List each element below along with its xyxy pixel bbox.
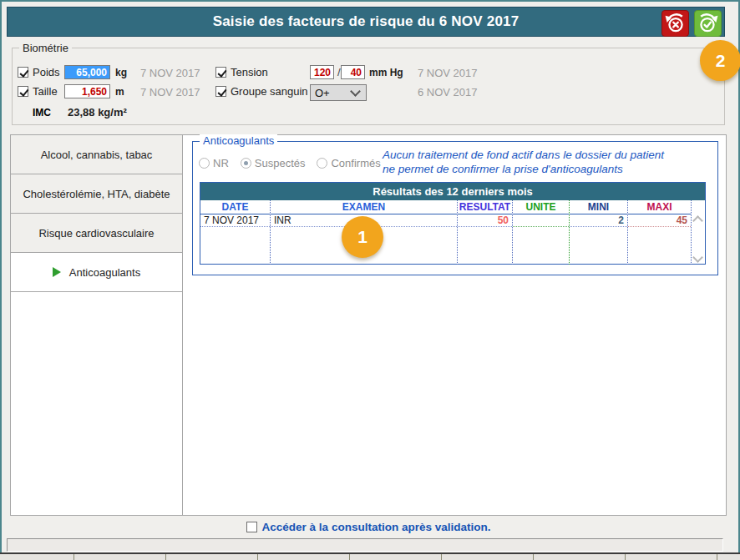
poids-unit: kg: [115, 67, 127, 78]
tension-date: 7 NOV 2017: [418, 67, 478, 79]
tab-risque-cardiovasculaire[interactable]: Risque cardiovasculaire: [11, 214, 182, 253]
poids-input[interactable]: 65,000: [64, 65, 110, 79]
radio-button[interactable]: [199, 158, 210, 169]
tab-label: Risque cardiovasculaire: [38, 227, 154, 240]
imc-value: 23,88 kg/m²: [68, 106, 127, 119]
play-icon: [53, 267, 61, 277]
radio-label: Suspectés: [255, 157, 306, 169]
no-treatment-notice: Aucun traitement de fond actif dans le d…: [383, 148, 708, 176]
tension-label: Tension: [231, 66, 268, 78]
column-header: UNITE: [513, 200, 569, 214]
column-header: RESULTAT: [458, 200, 512, 214]
cancel-undo-icon: [664, 11, 687, 37]
imc-label: IMC: [33, 107, 51, 119]
poids-row: Poids: [18, 66, 60, 78]
groupe-sanguin-date: 6 NOV 2017: [418, 86, 478, 98]
anticoagulants-group: Anticoagulants NR Suspectés Confirmés Au…: [192, 141, 718, 275]
cell-resultat[interactable]: 50: [458, 214, 512, 227]
column-date: DATE 7 NOV 2017: [200, 200, 271, 265]
results-table-title: Résultats des 12 derniers mois: [200, 183, 705, 200]
dialog-titlebar: Saisie des facteurs de risque du 6 NOV 2…: [7, 7, 725, 37]
access-consultation-checkbox[interactable]: [246, 522, 257, 532]
biometrie-group: Biométrie Poids 65,000 kg 7 NOV 2017 Tai…: [12, 48, 725, 125]
tab-label: Cholestérolémie, HTA, diabète: [23, 188, 170, 200]
results-table-grid: DATE 7 NOV 2017 EXAMEN INR RESULTAT 50 U…: [200, 200, 705, 265]
radio-nr[interactable]: NR: [199, 157, 229, 169]
tension-unit: mm Hg: [369, 67, 403, 78]
footer-options: Accéder à la consultation après validati…: [10, 517, 727, 537]
radio-button[interactable]: [317, 158, 327, 169]
column-mini: MINI 2: [570, 200, 628, 265]
tab-label: Alcool, cannabis, tabac: [41, 149, 153, 161]
tab-alcool-cannabis-tabac[interactable]: Alcool, cannabis, tabac: [11, 135, 182, 174]
notice-line-1: Aucun traitement de fond actif dans le d…: [383, 148, 708, 162]
radio-suspectes[interactable]: Suspectés: [241, 157, 306, 169]
groupe-sanguin-checkbox[interactable]: [215, 86, 226, 97]
taille-unit: m: [115, 86, 124, 98]
groupe-sanguin-row: Groupe sanguin: [215, 85, 308, 98]
taille-date: 7 NOV 2017: [140, 86, 200, 98]
tension-row: Tension: [215, 66, 268, 78]
status-bar: [7, 538, 723, 552]
taille-row: Taille: [18, 85, 58, 98]
scroll-up-icon[interactable]: [692, 215, 703, 226]
tab-cholesterolemie-hta-diabete[interactable]: Cholestérolémie, HTA, diabète: [11, 174, 182, 214]
taille-label: Taille: [33, 85, 58, 98]
cell-mini[interactable]: 2: [570, 214, 627, 227]
background-app-strip: [0, 552, 740, 560]
column-unite: UNITE: [513, 200, 570, 265]
groupe-sanguin-select[interactable]: O+: [310, 84, 367, 101]
column-header: DATE: [200, 200, 270, 214]
scroll-down-icon[interactable]: [692, 252, 703, 263]
cell-maxi[interactable]: 45: [628, 214, 691, 227]
column-header: EXAMEN: [271, 200, 457, 214]
poids-label: Poids: [33, 66, 60, 78]
step-badge-validate: 2: [700, 40, 740, 81]
step-badge-table: 1: [342, 216, 383, 258]
radio-button[interactable]: [241, 158, 251, 169]
tension-checkbox[interactable]: [215, 67, 226, 78]
chevron-down-icon: [350, 86, 361, 97]
taille-checkbox[interactable]: [18, 86, 28, 97]
table-scrollbar[interactable]: [692, 200, 704, 265]
tab-label: Anticoagulants: [69, 266, 140, 279]
cell-date[interactable]: 7 NOV 2017: [200, 214, 270, 227]
taille-input[interactable]: 1,650: [64, 84, 110, 98]
access-consultation-label: Accéder à la consultation après validati…: [262, 521, 491, 533]
cell-unite[interactable]: [513, 214, 569, 227]
poids-checkbox[interactable]: [18, 67, 28, 78]
radio-label: Confirmés: [331, 157, 380, 169]
groupe-sanguin-value: O+: [315, 87, 330, 99]
dialog-title: Saisie des facteurs de risque du 6 NOV 2…: [213, 13, 520, 30]
column-header: MAXI: [628, 200, 691, 214]
column-maxi: MAXI 45: [628, 200, 692, 265]
radio-confirmes[interactable]: Confirmés: [317, 157, 380, 169]
risk-category-sidebar: Alcool, cannabis, tabac Cholestérolémie,…: [10, 134, 183, 516]
results-table: Résultats des 12 derniers mois DATE 7 NO…: [200, 182, 706, 265]
groupe-sanguin-label: Groupe sanguin: [231, 85, 308, 98]
column-header: MINI: [570, 200, 627, 214]
tension-systolic-input[interactable]: 120: [310, 65, 334, 79]
biometrie-legend: Biométrie: [19, 42, 72, 54]
column-resultat: RESULTAT 50: [458, 200, 513, 265]
main-panel: Anticoagulants NR Suspectés Confirmés Au…: [182, 134, 727, 516]
radio-label: NR: [213, 157, 229, 169]
notice-line-2: ne permet de confirmer la prise d'antico…: [383, 162, 708, 176]
tension-diastolic-input[interactable]: 40: [341, 65, 365, 79]
tab-anticoagulants[interactable]: Anticoagulants: [11, 253, 182, 292]
validate-check-icon: [697, 11, 719, 37]
cancel-button[interactable]: [661, 10, 689, 37]
risk-factors-dialog: Saisie des facteurs de risque du 6 NOV 2…: [0, 0, 740, 554]
anticoagulants-radio-group: NR Suspectés Confirmés: [199, 157, 381, 169]
anticoagulants-legend: Anticoagulants: [200, 134, 277, 147]
validate-button[interactable]: [694, 10, 722, 37]
poids-date: 7 NOV 2017: [140, 67, 200, 79]
